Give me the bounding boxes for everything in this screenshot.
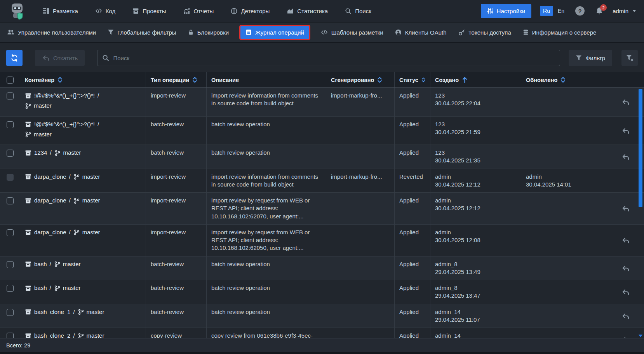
tab-access-tokens[interactable]: Токены доступа: [458, 29, 511, 36]
column-header-updated[interactable]: Обновлено: [521, 72, 612, 87]
cell-description: import review by request from WEB or RES…: [207, 193, 326, 224]
column-header-description[interactable]: Описание: [207, 72, 326, 87]
revert-row-button[interactable]: [621, 92, 629, 112]
row-checkbox[interactable]: [7, 150, 14, 157]
language-ru[interactable]: Ru: [540, 6, 553, 16]
cell-description: batch review operation: [207, 304, 326, 328]
help-icon[interactable]: ?: [575, 6, 585, 16]
clear-filter-button[interactable]: [621, 50, 638, 66]
row-checkbox[interactable]: [7, 309, 14, 316]
branch-name: master: [82, 173, 100, 181]
row-checkbox[interactable]: [7, 229, 14, 236]
vertical-scrollbar[interactable]: [639, 88, 642, 338]
tab-global-filters[interactable]: Глобальные фильтры: [108, 29, 176, 36]
settings-button-label: Настройки: [497, 8, 526, 14]
column-header-operation-type[interactable]: Тип операции: [146, 72, 207, 87]
created-date: 29.04.2025 11:07: [435, 316, 516, 324]
row-checkbox[interactable]: [7, 92, 14, 99]
nav-item-projects[interactable]: Проекты: [132, 8, 166, 14]
language-en[interactable]: En: [557, 6, 565, 16]
notifications-button[interactable]: 2: [595, 7, 603, 15]
cell-status: Reverted: [395, 169, 430, 193]
container-icon: [25, 150, 31, 156]
sort-both-icon: [377, 76, 382, 84]
created-date: 29.04.2025 13:47: [435, 292, 516, 300]
nav-item-reports[interactable]: Отчеты: [183, 8, 214, 14]
row-checkbox[interactable]: [7, 121, 14, 128]
search-input[interactable]: [113, 55, 555, 61]
search-icon: [102, 54, 109, 61]
main-menu: Разметка Код Проекты: [43, 8, 371, 14]
cell-description: batch review operation: [207, 280, 326, 304]
tab-locks[interactable]: Блокировки: [188, 29, 229, 36]
revert-row-button[interactable]: [621, 150, 629, 165]
tab-operations-journal[interactable]: Журнал операций: [240, 26, 309, 39]
revert-button[interactable]: Откатить: [35, 50, 85, 66]
table-row[interactable]: 1234 / master batch-review batch review …: [0, 145, 644, 169]
row-checkbox[interactable]: [7, 285, 14, 292]
refresh-button[interactable]: [6, 50, 23, 66]
cell-container: bash_clone_1 / master: [20, 304, 146, 328]
table-row[interactable]: bash_clone_2 / master copy-review copy r…: [0, 328, 644, 338]
column-header-created[interactable]: Создано: [430, 72, 521, 87]
sort-asc-icon: [462, 76, 468, 84]
revert-row-button[interactable]: [621, 121, 629, 141]
row-checkbox[interactable]: [7, 197, 14, 204]
nav-item-search[interactable]: Поиск: [345, 8, 371, 14]
table-row[interactable]: bash / master batch-review batch review …: [0, 280, 644, 304]
tab-oauth-clients[interactable]: Клиенты OAuth: [395, 29, 447, 36]
nav-item-detectors[interactable]: Детекторы: [231, 8, 270, 14]
revert-row-button[interactable]: [621, 309, 629, 324]
cell-created: 123 30.04.2025 22:04: [430, 88, 521, 116]
branch-icon: [73, 229, 80, 235]
cell-created: admin 30.04.2025 12:12: [430, 169, 521, 193]
cell-updated: [521, 280, 612, 304]
revert-row-button[interactable]: [621, 333, 629, 338]
branch-name: master: [82, 197, 100, 204]
container-name: bash_clone_1: [34, 308, 70, 316]
row-checkbox[interactable]: [7, 261, 14, 268]
cell-status: Applied: [395, 117, 430, 145]
branch-name: master: [63, 149, 81, 157]
settings-button[interactable]: Настройки: [481, 4, 532, 18]
revert-row-button[interactable]: [621, 197, 629, 220]
cell-generated: [326, 225, 395, 256]
revert-row-button[interactable]: [621, 229, 629, 252]
table-row[interactable]: darpa_clone / master import-review impor…: [0, 169, 644, 193]
tab-label: Информация о сервере: [532, 29, 597, 36]
table-row[interactable]: !@#$%^&*()_+{}":>?()*! / master import-r…: [0, 88, 644, 117]
cell-description: import review information from comments …: [207, 88, 326, 116]
nav-item-statistics[interactable]: Статистика: [287, 8, 328, 14]
tab-server-info[interactable]: Информация о сервере: [523, 29, 597, 36]
scrollbar-thumb[interactable]: [639, 89, 642, 207]
table-row[interactable]: darpa_clone / master import-review impor…: [0, 193, 644, 225]
tab-user-management[interactable]: Управление пользователями: [7, 29, 96, 36]
tab-markup-templates[interactable]: Шаблоны разметки: [321, 29, 383, 36]
cell-description: import review information from comments …: [207, 169, 326, 193]
oauth-client-icon: [395, 29, 402, 36]
scrollbar-down-arrow-icon[interactable]: [639, 335, 642, 337]
table-row[interactable]: !@#$%^&*()_+{}":>?()*! / master batch-re…: [0, 117, 644, 145]
column-header-status[interactable]: Статус: [395, 72, 430, 87]
cell-container: darpa_clone / master: [20, 193, 146, 224]
undo-icon: [42, 55, 49, 61]
nav-item-code[interactable]: Код: [95, 8, 116, 14]
created-user: admin_14: [435, 308, 516, 316]
nav-item-markup[interactable]: Разметка: [43, 8, 78, 14]
table-row[interactable]: bash_clone_1 / master batch-review batch…: [0, 304, 644, 328]
revert-row-button[interactable]: [621, 261, 629, 276]
cell-status: Applied: [395, 256, 430, 280]
table-row[interactable]: bash / master batch-review batch review …: [0, 256, 644, 281]
user-menu[interactable]: admin: [613, 8, 636, 14]
column-header-generated[interactable]: Сгенерировано: [326, 72, 395, 87]
cell-updated: [521, 256, 612, 280]
row-checkbox[interactable]: [7, 333, 14, 338]
nav-item-label: Разметка: [53, 8, 78, 14]
revert-row-button[interactable]: [621, 285, 629, 300]
table-row[interactable]: darpa_clone / master import-review impor…: [0, 225, 644, 256]
sort-both-icon: [421, 76, 425, 84]
column-header-container[interactable]: Контейнер: [20, 72, 146, 87]
cell-type: copy-review: [146, 328, 207, 338]
filter-button[interactable]: Фильтр: [569, 50, 612, 66]
select-all-checkbox[interactable]: [7, 77, 14, 84]
